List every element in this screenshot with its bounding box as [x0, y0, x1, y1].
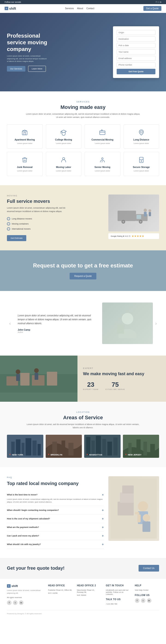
service-card-apartment[interactable]: Apartment Moving Lorem ipsum dolor — [7, 124, 43, 148]
svg-point-2 — [140, 131, 142, 133]
service-title-college: College Moving — [48, 138, 79, 141]
linkedin-icon[interactable]: in — [160, 1, 162, 3]
faq-item-1[interactable]: When should I begin contacting moving co… — [7, 506, 104, 514]
video-label: EXPERT — [83, 367, 161, 370]
footer-head-office2-line0: Manchester Road 10, Runway 98, — [77, 588, 101, 594]
footer-contact-heading: GET IN TOUCH — [106, 584, 130, 587]
faq-section: FAQ Top rated local moving company What … — [0, 467, 166, 558]
video-title: We make moving fast and easy — [83, 371, 161, 376]
faq-toggle-2: + — [102, 517, 104, 520]
area-name-manhattan: MANHATTAN — [86, 454, 119, 456]
hero-services-button[interactable]: Our Services — [7, 66, 25, 72]
areas-description: Lorem ipsum dolor sit amet, sed do eiusm… — [25, 423, 141, 429]
faq-question-3[interactable]: What are the payment methods? + — [7, 526, 104, 529]
svg-rect-1 — [100, 131, 105, 134]
facebook-icon[interactable]: f — [156, 1, 157, 3]
full-service-section: MOVING Full service movers Lorem ipsum d… — [0, 185, 166, 250]
area-card-newyork[interactable]: NEW YORK — [7, 435, 43, 458]
follow-linkedin-icon[interactable]: in — [147, 598, 152, 603]
area-card-brooklyn[interactable]: BROOKLYN — [46, 435, 82, 458]
testimonial-next-button[interactable]: › — [153, 321, 159, 326]
service-card-storage[interactable]: Secure Storage Lorem ipsum dolor — [124, 152, 159, 176]
service-desc-senior: Lorem ipsum dolor — [87, 170, 118, 172]
faq-question-4[interactable]: Can I pack and move my plants? + — [7, 534, 104, 538]
nav-contact[interactable]: Contact — [86, 7, 94, 10]
follow-twitter-icon[interactable]: t — [141, 598, 146, 603]
social-links[interactable]: f t in — [156, 1, 162, 3]
svg-rect-57 — [118, 502, 134, 516]
service-title-labor: Moving Labor — [48, 166, 79, 168]
destination-input[interactable] — [117, 36, 156, 42]
junk-icon — [20, 156, 29, 164]
faq-item-4[interactable]: Can I pack and move my plants? + — [7, 532, 104, 540]
phone-input[interactable] — [117, 62, 156, 68]
area-overlay-newyork: NEW YORK — [7, 435, 43, 458]
faq-answer-0: Lorem ipsum dolor sit amet, consectetuer… — [7, 498, 104, 504]
footer-head-office-line1: NYC 10256 — [48, 592, 72, 594]
services-label: SERVICES — [7, 100, 159, 103]
area-card-newjersey[interactable]: NEW JERSEY — [123, 435, 159, 458]
email-input[interactable] — [117, 56, 156, 61]
faq-label: FAQ — [7, 476, 104, 478]
service-card-long-distance[interactable]: Long Distance Lorem ipsum dolor — [124, 124, 159, 148]
footer-twitter-icon[interactable]: t — [13, 600, 17, 605]
faq-item-0[interactable]: What is the best time to move? + Lorem i… — [7, 490, 104, 506]
faq-item-3[interactable]: What are the payment methods? + — [7, 523, 104, 532]
faq-toggle-4: + — [102, 534, 104, 538]
stat-cities: 75 CITIES WE SERVE — [105, 381, 125, 390]
stats-row: 23 EXPERT TEAM 75 CITIES WE SERVE — [83, 381, 161, 390]
checklist-item-1: Moving containers — [7, 221, 101, 226]
footer-col-head-office: HEAD OFFICE Publisher Road 10, Office 89… — [48, 584, 72, 606]
checklist: Long distance movers Moving containers I… — [7, 216, 101, 232]
twitter-icon[interactable]: t — [158, 1, 159, 3]
service-card-senior[interactable]: Senior Moving Lorem ipsum dolor — [85, 152, 120, 176]
footer-facebook-icon[interactable]: f — [7, 600, 11, 605]
testimonial-prev-button[interactable]: ‹ — [7, 321, 13, 326]
area-overlay-newjersey: NEW JERSEY — [123, 435, 159, 458]
request-quote-button[interactable]: Request a Quote — [70, 273, 96, 280]
date-input[interactable] — [117, 43, 156, 48]
service-title-senior: Senior Moving — [87, 166, 118, 168]
estimate-button[interactable]: Get Estimate — [7, 235, 26, 241]
contact-us-button[interactable]: Contact Us — [139, 565, 159, 572]
faq-question-5[interactable]: What should I do with my jewelry? + — [7, 542, 104, 546]
star-rating: ★★★★★ — [132, 235, 144, 238]
service-title-storage: Secure Storage — [126, 166, 157, 168]
footer-head-office-heading: HEAD OFFICE — [48, 584, 72, 587]
origin-input[interactable] — [117, 30, 156, 35]
nav-services[interactable]: Services — [65, 7, 74, 10]
footer-tagline: Lorem ipsum dolor sit amet, consectetuer… — [7, 589, 43, 594]
service-card-labor[interactable]: Moving Labor Lorem ipsum dolor — [46, 152, 82, 176]
footer-powered-by: Powered by Designit. © All rights reserv… — [7, 612, 42, 615]
stat-team-number: 23 — [83, 381, 98, 388]
service-title-commercial: Commercial Moving — [87, 138, 118, 141]
service-card-commercial[interactable]: Commercial Moving Lorem ipsum dolor — [85, 124, 120, 148]
footer-linkedin-icon[interactable]: in — [19, 600, 23, 605]
hero-learn-more-button[interactable]: Learn More — [28, 66, 46, 72]
faq-item-2[interactable]: How is the cost of my shipment calculate… — [7, 514, 104, 523]
svg-point-15 — [140, 221, 142, 223]
svg-rect-63 — [137, 514, 141, 522]
svg-rect-17 — [144, 212, 147, 216]
get-quote-button[interactable]: Get Free Quote — [117, 69, 156, 74]
area-card-manhattan[interactable]: MANHATTAN — [84, 435, 121, 458]
name-input[interactable] — [117, 50, 156, 54]
area-overlay-brooklyn: BROOKLYN — [46, 435, 82, 458]
svg-rect-32 — [35, 373, 38, 380]
college-icon — [59, 128, 68, 136]
services-grid: Apartment Moving Lorem ipsum dolor Colle… — [7, 124, 159, 176]
nav-about[interactable]: About — [77, 7, 83, 10]
follow-facebook-icon[interactable]: f — [135, 598, 140, 603]
testimonial-content: Lorem ipsum dolor sit amet, consectetur … — [13, 314, 102, 333]
full-service-content: MOVING Full service movers Lorem ipsum d… — [7, 194, 101, 241]
faq-question-2[interactable]: How is the cost of my shipment calculate… — [7, 517, 104, 520]
faq-question-1[interactable]: When should I begin contacting moving co… — [7, 508, 104, 512]
service-card-junk[interactable]: Junk Removal Lorem ipsum dolor — [7, 152, 43, 176]
areas-title: Areas of Service — [7, 415, 159, 421]
nav-cta-button[interactable]: Get a Quote — [143, 6, 162, 11]
faq-item-5[interactable]: What should I do with my jewelry? + — [7, 540, 104, 549]
service-card-college[interactable]: College Moving Lorem ipsum dolor — [46, 124, 82, 148]
apartment-icon — [20, 128, 29, 136]
get-quote-title: Get your free quote today! — [7, 566, 65, 571]
faq-question-0[interactable]: What is the best time to move? + — [7, 493, 104, 496]
